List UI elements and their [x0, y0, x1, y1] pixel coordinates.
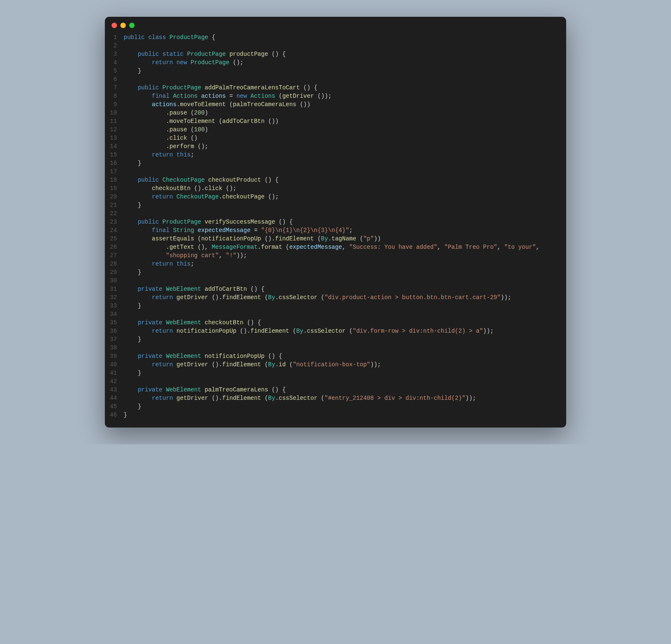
line-number: 4	[110, 58, 117, 67]
line-number: 6	[110, 75, 117, 83]
code-line: .perform ();	[124, 142, 558, 151]
code-line: }	[124, 67, 558, 75]
code-line: return notificationPopUp ().findElement …	[124, 327, 558, 335]
code-line	[124, 344, 558, 352]
code-line: private WebElement notificationPopUp () …	[124, 352, 558, 360]
code-line: }	[124, 402, 558, 411]
line-number: 32	[110, 293, 117, 302]
line-number: 12	[110, 125, 117, 134]
line-number: 16	[110, 159, 117, 167]
code-line: .moveToElement (addToCartBtn ())	[124, 117, 558, 125]
code-line: public ProductPage addPalmTreoCameraLens…	[124, 83, 558, 92]
code-window: 1234567891011121314151617181920212223242…	[105, 17, 566, 428]
zoom-icon[interactable]	[129, 23, 135, 28]
code-line: .click ()	[124, 134, 558, 142]
code-line: actions.moveToElement (palmTreoCameraLen…	[124, 100, 558, 109]
code-line: private WebElement palmTreoCameraLens ()…	[124, 386, 558, 394]
code-line: public ProductPage verifySuccessMessage …	[124, 218, 558, 226]
code-line: "shopping cart", "!"));	[124, 251, 558, 260]
line-number: 11	[110, 117, 117, 125]
line-number: 36	[110, 327, 117, 335]
code-line	[124, 167, 558, 176]
code-line: }	[124, 159, 558, 167]
code-line: return getDriver ().findElement (By.cssS…	[124, 293, 558, 302]
line-number: 34	[110, 310, 117, 318]
code-line: public static ProductPage productPage ()…	[124, 50, 558, 58]
line-number: 38	[110, 344, 117, 352]
code-line: return CheckoutPage.checkoutPage ();	[124, 193, 558, 201]
line-number: 20	[110, 193, 117, 201]
line-number: 22	[110, 209, 117, 218]
code-line: return getDriver ().findElement (By.cssS…	[124, 394, 558, 402]
line-number: 31	[110, 285, 117, 293]
code-line	[124, 209, 558, 218]
line-number: 23	[110, 218, 117, 226]
line-number: 39	[110, 352, 117, 360]
code-line: final String expectedMessage = "{0}\n{1}…	[124, 226, 558, 235]
code-line: .getText (), MessageFormat.format (expec…	[124, 243, 558, 251]
line-number: 3	[110, 50, 117, 58]
code-area: 1234567891011121314151617181920212223242…	[105, 31, 566, 428]
code-line: }	[124, 369, 558, 377]
line-number: 42	[110, 377, 117, 386]
line-number-gutter: 1234567891011121314151617181920212223242…	[105, 33, 124, 419]
line-number: 21	[110, 201, 117, 209]
code-line: checkoutBtn ().click ();	[124, 184, 558, 193]
line-number: 46	[110, 411, 117, 419]
close-icon[interactable]	[112, 23, 117, 28]
line-number: 2	[110, 42, 117, 50]
code-line: return getDriver ().findElement (By.id (…	[124, 360, 558, 369]
code-line: assertEquals (notificationPopUp ().findE…	[124, 235, 558, 243]
code-line: public CheckoutPage checkoutProduct () {	[124, 176, 558, 184]
code-line: private WebElement addToCartBtn () {	[124, 285, 558, 293]
code-line: private WebElement checkoutBtn () {	[124, 318, 558, 327]
code-line: public class ProductPage {	[124, 33, 558, 42]
line-number: 35	[110, 318, 117, 327]
line-number: 37	[110, 335, 117, 344]
line-number: 26	[110, 243, 117, 251]
code-line: .pause (200)	[124, 109, 558, 117]
line-number: 28	[110, 260, 117, 268]
line-number: 13	[110, 134, 117, 142]
line-number: 29	[110, 268, 117, 276]
code-line: return this;	[124, 151, 558, 159]
code-line: return new ProductPage ();	[124, 58, 558, 67]
line-number: 40	[110, 360, 117, 369]
line-number: 27	[110, 251, 117, 260]
line-number: 41	[110, 369, 117, 377]
code-line	[124, 310, 558, 318]
code-line: .pause (100)	[124, 125, 558, 134]
line-number: 45	[110, 402, 117, 411]
code-line: }	[124, 411, 558, 419]
line-number: 1	[110, 33, 117, 42]
line-number: 30	[110, 276, 117, 285]
code-line: }	[124, 201, 558, 209]
code-line: }	[124, 302, 558, 310]
line-number: 14	[110, 142, 117, 151]
line-number: 7	[110, 83, 117, 92]
line-number: 17	[110, 167, 117, 176]
line-number: 8	[110, 92, 117, 100]
line-number: 5	[110, 67, 117, 75]
code-line: return this;	[124, 260, 558, 268]
line-number: 44	[110, 394, 117, 402]
minimize-icon[interactable]	[120, 23, 126, 28]
line-number: 25	[110, 235, 117, 243]
code-line	[124, 377, 558, 386]
line-number: 43	[110, 386, 117, 394]
code-line: final Actions actions = new Actions (get…	[124, 92, 558, 100]
code-content[interactable]: public class ProductPage { public static…	[124, 33, 566, 419]
line-number: 9	[110, 100, 117, 109]
line-number: 19	[110, 184, 117, 193]
line-number: 10	[110, 109, 117, 117]
window-titlebar	[105, 17, 566, 31]
code-line: }	[124, 335, 558, 344]
code-line: }	[124, 268, 558, 276]
code-line	[124, 42, 558, 50]
code-line	[124, 276, 558, 285]
line-number: 33	[110, 302, 117, 310]
line-number: 15	[110, 151, 117, 159]
line-number: 24	[110, 226, 117, 235]
code-line	[124, 75, 558, 83]
line-number: 18	[110, 176, 117, 184]
